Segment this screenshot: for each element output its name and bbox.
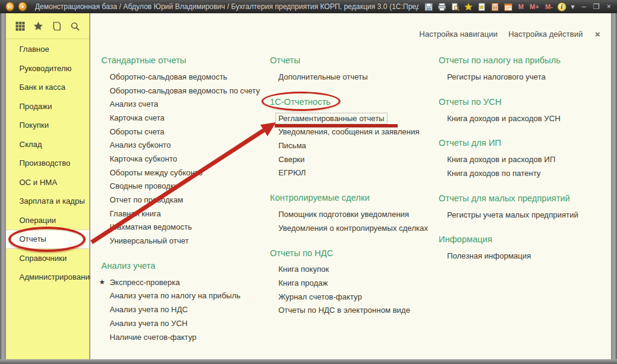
section-items: Регламентированные отчетыУведомления, со… xyxy=(270,109,437,180)
nav-link[interactable]: Книга доходов по патенту xyxy=(447,169,540,178)
nav-link[interactable]: Регистры налогового учета xyxy=(447,72,545,81)
nav-link[interactable]: Письма xyxy=(278,141,306,150)
nav-link[interactable]: Сверки xyxy=(278,155,305,164)
nav-row: Анализ учета по налогу на прибыль xyxy=(101,289,269,303)
nav-link[interactable]: Оборотно-сальдовая ведомость xyxy=(110,72,227,81)
nav-link[interactable]: Анализ учета по НДС xyxy=(110,305,188,314)
memory-button-Mplus[interactable]: M+ xyxy=(528,3,541,10)
sidebar-item[interactable]: Справочники xyxy=(6,249,89,268)
close-icon[interactable]: × xyxy=(604,3,613,10)
one-c-logo-icon[interactable]: 1С xyxy=(5,2,14,11)
nav-link[interactable]: Главная книга xyxy=(110,209,161,218)
info-icon[interactable]: i xyxy=(557,2,566,11)
nav-link[interactable]: Анализ учета по УСН xyxy=(110,319,187,328)
section-items: Помощник подготовки уведомленияУведомлен… xyxy=(270,205,437,234)
nav-link[interactable]: Регистры учета малых предприятий xyxy=(447,210,578,219)
nav-link[interactable]: Уведомления, сообщения и заявления xyxy=(278,127,419,136)
favorites-star-icon[interactable] xyxy=(32,19,45,33)
main-menu-button[interactable]: ▾ xyxy=(18,2,27,11)
actions-settings-link[interactable]: Настройка действий xyxy=(509,30,583,39)
sidebar-item[interactable]: Производство xyxy=(6,154,89,173)
nav-row: Универсальный отчет xyxy=(101,234,269,248)
chevron-down-icon[interactable]: ▾ xyxy=(569,3,577,10)
nav-link[interactable]: Универсальный отчет xyxy=(110,236,189,245)
chevron-down-icon: ▾ xyxy=(22,5,24,9)
sidebar-item[interactable]: Склад xyxy=(6,135,89,154)
sidebar-item[interactable]: Банк и касса xyxy=(6,78,89,97)
nav-row: Сводные проводки xyxy=(101,180,269,193)
nav-link[interactable]: Книга доходов и расходов ИП xyxy=(447,155,556,164)
nav-link[interactable]: Уведомления о контролируемых сделках xyxy=(278,224,428,233)
nav-column-2: ОтчетыДополнительные отчеты1С-Отчетность… xyxy=(270,53,437,317)
calendar-icon[interactable] xyxy=(503,2,514,11)
history-icon[interactable] xyxy=(50,19,63,33)
calculator-icon[interactable] xyxy=(490,2,501,11)
minimize-icon[interactable]: – xyxy=(580,3,589,10)
nav-link[interactable]: Отчеты по НДС в электронном виде xyxy=(278,306,410,315)
sidebar-item[interactable]: Главное xyxy=(6,40,89,59)
nav-link[interactable]: Полезная информация xyxy=(447,251,531,260)
print-preview-icon[interactable] xyxy=(450,2,461,11)
nav-link[interactable]: Помощник подготовки уведомления xyxy=(278,210,409,219)
sidebar-item[interactable]: Отчеты xyxy=(6,230,89,249)
favorites-page-icon[interactable] xyxy=(477,2,487,11)
sidebar-item-label: Руководителю xyxy=(19,64,72,73)
sidebar-item[interactable]: Продажи xyxy=(6,97,89,116)
sidebar-item[interactable]: ОС и НМА xyxy=(6,173,89,192)
nav-link[interactable]: Обороты между субконто xyxy=(110,168,202,177)
favorite-star-icon: ★ xyxy=(99,278,105,286)
save-icon[interactable] xyxy=(424,2,434,11)
section-items: Дополнительные отчеты xyxy=(270,67,437,84)
nav-link[interactable]: Сводные проводки xyxy=(110,181,178,190)
sidebar-item-label: Администрирование xyxy=(19,272,94,281)
nav-link[interactable]: Книга покупок xyxy=(278,265,329,274)
nav-link[interactable]: Экспресс-проверка xyxy=(110,278,180,287)
nav-link[interactable]: Шахматная ведомость xyxy=(110,222,192,231)
nav-link[interactable]: Регламентированные отчеты xyxy=(275,113,387,124)
nav-link[interactable]: Дополнительные отчеты xyxy=(278,72,368,81)
nav-link[interactable]: Карточка счета xyxy=(110,113,164,122)
nav-row: Книга доходов по патенту xyxy=(439,166,606,180)
sidebar-item[interactable]: Зарплата и кадры xyxy=(6,192,89,211)
nav-link[interactable]: ЕГРЮЛ xyxy=(278,168,305,177)
nav-row: Анализ учета по УСН xyxy=(101,316,269,330)
section-items: Регистры учета малых предприятий xyxy=(439,206,606,222)
nav-link[interactable]: Обороты счета xyxy=(110,127,164,136)
nav-row: Книга доходов и расходов ИП xyxy=(439,152,606,166)
maximize-icon[interactable]: ❐ xyxy=(590,3,602,10)
nav-section: ОтчетыДополнительные отчеты xyxy=(270,53,437,84)
nav-link[interactable]: Наличие счетов-фактур xyxy=(110,333,196,342)
sidebar-item[interactable]: Руководителю xyxy=(6,59,89,78)
sidebar-item[interactable]: Операции xyxy=(6,211,89,230)
search-icon[interactable] xyxy=(69,19,82,33)
sidebar-item[interactable]: Администрирование xyxy=(6,268,89,287)
nav-link[interactable]: Анализ субконто xyxy=(110,140,171,149)
nav-link[interactable]: Карточка субконто xyxy=(110,154,177,163)
nav-row: Оборотно-сальдовая ведомость xyxy=(101,70,269,84)
panel-close-icon[interactable]: × xyxy=(595,29,600,39)
sidebar-item[interactable]: Покупки xyxy=(6,116,89,135)
apps-grid-icon[interactable] xyxy=(13,19,27,33)
nav-section: 1С-ОтчетностьРегламентированные отчетыУв… xyxy=(270,95,437,180)
sidebar-item-label: Покупки xyxy=(19,121,49,130)
app-window: 1С ▾ Демонстрационная база / Абдулов Юри… xyxy=(0,0,617,364)
nav-link[interactable]: Книга доходов и расходов УСН xyxy=(447,114,560,123)
nav-link[interactable]: Книга продаж xyxy=(278,278,328,287)
print-icon[interactable] xyxy=(437,2,448,11)
nav-link[interactable]: Оборотно-сальдовая ведомость по счету xyxy=(110,86,260,95)
window-frame-left xyxy=(0,13,6,364)
nav-column-1: Стандартные отчетыОборотно-сальдовая вед… xyxy=(101,53,269,344)
memory-button-Mminus[interactable]: M- xyxy=(543,3,555,10)
memory-button-M[interactable]: M xyxy=(516,3,525,10)
navigation-settings-link[interactable]: Настройка навигации xyxy=(419,30,498,39)
section-items: Полезная информация xyxy=(439,246,606,263)
nav-link[interactable]: Анализ учета по налогу на прибыль xyxy=(110,291,240,300)
nav-link[interactable]: Анализ счета xyxy=(110,99,158,108)
add-favorite-icon[interactable] xyxy=(463,2,474,11)
window-title: Демонстрационная база / Абдулов Юрий Вла… xyxy=(35,2,419,11)
nav-row: ЕГРЮЛ xyxy=(270,166,437,180)
sidebar-item-label: Отчеты xyxy=(19,234,46,243)
nav-link[interactable]: Отчет по проводкам xyxy=(110,195,183,204)
nav-section: ИнформацияПолезная информация xyxy=(439,232,606,263)
nav-link[interactable]: Журнал счетов-фактур xyxy=(278,292,362,301)
